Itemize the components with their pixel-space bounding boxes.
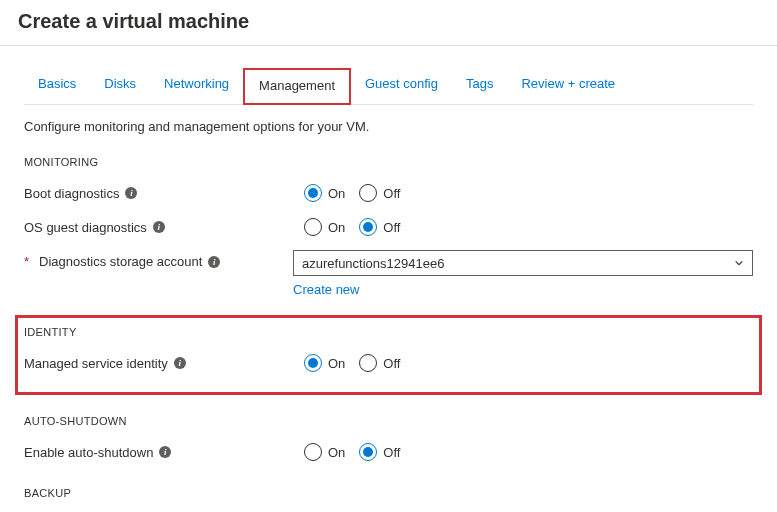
select-storage-account[interactable]: azurefunctions12941ee6 [293,250,753,276]
radio-autoshutdown-on[interactable]: On [304,443,345,461]
page-title: Create a virtual machine [0,0,777,46]
row-storage-account: * Diagnostics storage account i azurefun… [24,250,753,297]
info-icon[interactable]: i [208,256,220,268]
chevron-down-icon [734,258,744,268]
tab-tags[interactable]: Tags [452,68,507,104]
tab-networking[interactable]: Networking [150,68,243,104]
radio-boot-diag-off[interactable]: Off [359,184,400,202]
info-icon[interactable]: i [174,357,186,369]
select-value: azurefunctions12941ee6 [302,256,444,271]
label-managed-service-identity: Managed service identity [24,356,168,371]
radio-msi-on[interactable]: On [304,354,345,372]
radio-label-off: Off [383,356,400,371]
section-monitoring-heading: MONITORING [24,156,753,168]
row-os-diagnostics: OS guest diagnostics i On Off [24,212,753,242]
radio-msi-off[interactable]: Off [359,354,400,372]
radio-label-on: On [328,356,345,371]
label-boot-diagnostics: Boot diagnostics [24,186,119,201]
tab-review-create[interactable]: Review + create [507,68,629,104]
label-os-diagnostics: OS guest diagnostics [24,220,147,235]
radio-label-on: On [328,186,345,201]
tab-management[interactable]: Management [243,68,351,105]
radio-os-diag-on[interactable]: On [304,218,345,236]
link-create-new-storage[interactable]: Create new [293,282,359,297]
tab-guest-config[interactable]: Guest config [351,68,452,104]
section-autoshutdown-heading: AUTO-SHUTDOWN [24,415,753,427]
section-backup-heading: BACKUP [24,487,753,499]
intro-text: Configure monitoring and management opti… [24,119,753,134]
label-storage-account: Diagnostics storage account [39,254,202,269]
radio-label-on: On [328,445,345,460]
radio-autoshutdown-off[interactable]: Off [359,443,400,461]
row-managed-service-identity: Managed service identity i On Off [24,348,753,378]
identity-highlight: IDENTITY Managed service identity i On O… [15,315,762,395]
tab-basics[interactable]: Basics [24,68,90,104]
radio-os-diag-off[interactable]: Off [359,218,400,236]
radio-label-off: Off [383,186,400,201]
tabs: Basics Disks Networking Management Guest… [24,68,753,105]
radio-label-off: Off [383,220,400,235]
row-enable-autoshutdown: Enable auto-shutdown i On Off [24,437,753,467]
radio-label-off: Off [383,445,400,460]
label-enable-autoshutdown: Enable auto-shutdown [24,445,153,460]
row-boot-diagnostics: Boot diagnostics i On Off [24,178,753,208]
radio-label-on: On [328,220,345,235]
required-indicator: * [24,254,29,269]
info-icon[interactable]: i [153,221,165,233]
radio-boot-diag-on[interactable]: On [304,184,345,202]
info-icon[interactable]: i [159,446,171,458]
info-icon[interactable]: i [125,187,137,199]
tab-disks[interactable]: Disks [90,68,150,104]
section-identity-heading: IDENTITY [24,326,753,338]
